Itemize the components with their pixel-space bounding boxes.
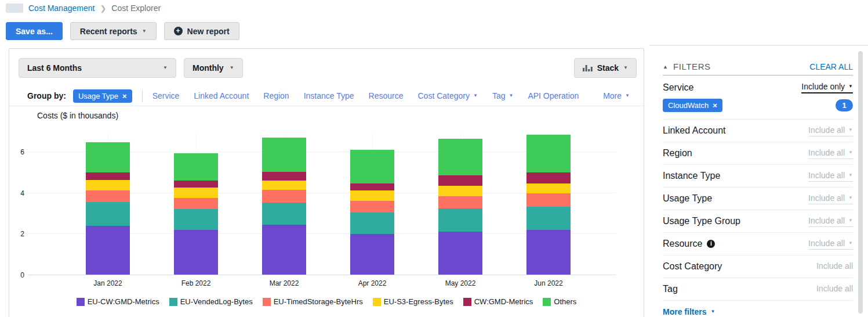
info-icon[interactable]: i xyxy=(707,240,715,248)
group-by-link-instance-type[interactable]: Instance Type xyxy=(304,91,354,100)
bar-segment-cw-gmd-metrics[interactable] xyxy=(526,172,571,183)
action-bar: Save as... Recent reports ▼ + New report xyxy=(6,22,239,40)
granularity-dropdown[interactable]: Monthly ▼ xyxy=(184,58,243,78)
group-by-link-region[interactable]: Region xyxy=(263,91,289,100)
bar-segment-cw-gmd-metrics[interactable] xyxy=(174,181,218,188)
bar-segment-eu-cw-gmd-metrics[interactable] xyxy=(86,226,130,275)
bar-segment-cw-gmd-metrics[interactable] xyxy=(86,172,130,180)
filter-mode-cost-category[interactable]: Include all xyxy=(816,261,853,272)
filter-mode-usage-type[interactable]: Include all▼ xyxy=(808,193,853,204)
new-report-button[interactable]: + New report xyxy=(164,22,239,40)
chart-style-dropdown[interactable]: Stack ▼ xyxy=(574,58,637,78)
bar-segment-others[interactable] xyxy=(262,138,306,172)
filter-label-text: Linked Account xyxy=(663,125,726,136)
bar-segment-others[interactable] xyxy=(174,153,218,181)
bar-segment-eu-timedstorage-bytehrs[interactable] xyxy=(526,193,571,207)
vertical-scrollbar[interactable] xyxy=(858,51,863,314)
bar-segment-eu-timedstorage-bytehrs[interactable] xyxy=(262,190,306,203)
legend-label: EU-CW:GMD-Metrics xyxy=(88,297,159,306)
bar-segment-eu-timedstorage-bytehrs[interactable] xyxy=(86,190,130,202)
bar-segment-eu-timedstorage-bytehrs[interactable] xyxy=(438,196,482,208)
bar-segment-eu-timedstorage-bytehrs[interactable] xyxy=(350,201,394,212)
filters-title: FILTERS xyxy=(673,62,711,71)
filter-mode-linked-account[interactable]: Include all▼ xyxy=(808,125,853,136)
stacked-bar-feb-2022[interactable] xyxy=(174,153,218,275)
stacked-bar-may-2022[interactable] xyxy=(438,139,482,275)
chevron-down-icon: ▼ xyxy=(848,173,853,178)
filter-label-tag: Tag xyxy=(663,284,678,294)
group-by-more-link[interactable]: More ▼ xyxy=(603,91,630,100)
bar-segment-eu-timedstorage-bytehrs[interactable] xyxy=(174,198,218,209)
chevron-down-icon: ▼ xyxy=(848,218,853,223)
filter-mode-region[interactable]: Include all▼ xyxy=(808,148,853,159)
filter-mode-usage-type-group[interactable]: Include all▼ xyxy=(808,216,853,227)
bar-segment-eu-s3-egress-bytes[interactable] xyxy=(86,180,130,190)
filters-sidebar: ▲ FILTERS CLEAR ALL ServiceInclude only▼… xyxy=(663,63,853,317)
group-by-link-cost-category[interactable]: Cost Category▼ xyxy=(418,91,478,100)
bar-segment-eu-vendedlog-bytes[interactable] xyxy=(526,207,571,230)
divider xyxy=(649,45,868,46)
clear-all-link[interactable]: CLEAR ALL xyxy=(809,62,853,71)
x-axis-label: Feb 2022 xyxy=(161,279,231,287)
group-by-link-api-operation[interactable]: API Operation xyxy=(528,91,579,100)
bar-segment-eu-s3-egress-bytes[interactable] xyxy=(174,188,218,198)
bar-segment-eu-cw-gmd-metrics[interactable] xyxy=(174,230,218,275)
filter-chip-cloudwatch[interactable]: CloudWatch× xyxy=(663,99,722,112)
filter-row-instance-type: Instance TypeInclude all▼ xyxy=(663,165,853,188)
bar-segment-eu-s3-egress-bytes[interactable] xyxy=(262,181,306,190)
bar-segment-eu-cw-gmd-metrics[interactable] xyxy=(438,232,482,275)
recent-reports-button[interactable]: Recent reports ▼ xyxy=(70,22,157,40)
bar-segment-eu-vendedlog-bytes[interactable] xyxy=(86,202,130,226)
x-axis-label: Jan 2022 xyxy=(73,279,143,287)
group-by-link-resource[interactable]: Resource xyxy=(369,91,404,100)
stacked-bar-apr-2022[interactable] xyxy=(350,150,394,275)
bar-segment-eu-s3-egress-bytes[interactable] xyxy=(350,190,394,201)
bar-segment-others[interactable] xyxy=(438,139,482,175)
bar-segment-eu-vendedlog-bytes[interactable] xyxy=(350,212,394,234)
chevron-down-icon: ▼ xyxy=(623,66,628,70)
group-by-links: ServiceLinked AccountRegionInstance Type… xyxy=(152,91,604,100)
bar-segment-others[interactable] xyxy=(86,142,130,172)
x-axis-label: May 2022 xyxy=(426,279,495,287)
more-filters-link[interactable]: More filters ▼ xyxy=(663,307,715,316)
date-range-value: Last 6 Months xyxy=(27,63,82,73)
stacked-bar-mar-2022[interactable] xyxy=(262,138,306,275)
bar-segment-eu-vendedlog-bytes[interactable] xyxy=(438,208,482,232)
filter-mode-service[interactable]: Include only▼ xyxy=(801,82,853,93)
filter-mode-tag[interactable]: Include all xyxy=(816,284,853,294)
group-by-chip-usage-type[interactable]: Usage Type × xyxy=(73,89,132,103)
bar-segment-others[interactable] xyxy=(526,135,571,172)
bar-segment-eu-vendedlog-bytes[interactable] xyxy=(174,209,218,230)
more-filters-label: More filters xyxy=(663,307,706,316)
filter-mode-label: Include all xyxy=(816,284,853,293)
group-by-link-service[interactable]: Service xyxy=(152,91,180,100)
stacked-bar-jan-2022[interactable] xyxy=(86,142,130,275)
bar-segment-cw-gmd-metrics[interactable] xyxy=(350,183,394,190)
chevron-down-icon: ▼ xyxy=(473,93,478,98)
close-icon[interactable]: × xyxy=(122,92,127,100)
bar-segment-cw-gmd-metrics[interactable] xyxy=(438,175,482,186)
divider xyxy=(142,89,143,102)
stacked-bar-jun-2022[interactable] xyxy=(526,135,571,275)
filter-label-text: Service xyxy=(663,82,693,93)
bar-segment-eu-s3-egress-bytes[interactable] xyxy=(526,183,571,193)
filters-rows: ServiceInclude only▼CloudWatch×1Linked A… xyxy=(663,75,853,301)
y-axis-tick: 6 xyxy=(9,148,24,156)
close-icon[interactable]: × xyxy=(713,102,717,109)
bar-segment-eu-cw-gmd-metrics[interactable] xyxy=(350,234,394,275)
bar-segment-cw-gmd-metrics[interactable] xyxy=(262,172,306,181)
filter-mode-instance-type[interactable]: Include all▼ xyxy=(808,171,853,182)
save-as-button[interactable]: Save as... xyxy=(6,22,63,40)
group-by-link-linked-account[interactable]: Linked Account xyxy=(194,91,249,100)
bar-segment-eu-cw-gmd-metrics[interactable] xyxy=(526,230,571,275)
date-range-dropdown[interactable]: Last 6 Months ▼ xyxy=(19,58,176,78)
bar-segment-eu-s3-egress-bytes[interactable] xyxy=(438,186,482,196)
bar-segment-eu-vendedlog-bytes[interactable] xyxy=(262,203,306,225)
bar-segment-eu-cw-gmd-metrics[interactable] xyxy=(262,225,306,275)
chevron-up-icon[interactable]: ▲ xyxy=(663,64,668,70)
legend-item-others: Others xyxy=(543,297,576,306)
group-by-link-tag[interactable]: Tag▼ xyxy=(492,91,514,100)
breadcrumb-cost-management[interactable]: Cost Management xyxy=(28,3,95,13)
bar-segment-others[interactable] xyxy=(350,150,394,183)
filter-mode-resource[interactable]: Include all▼ xyxy=(808,239,853,250)
